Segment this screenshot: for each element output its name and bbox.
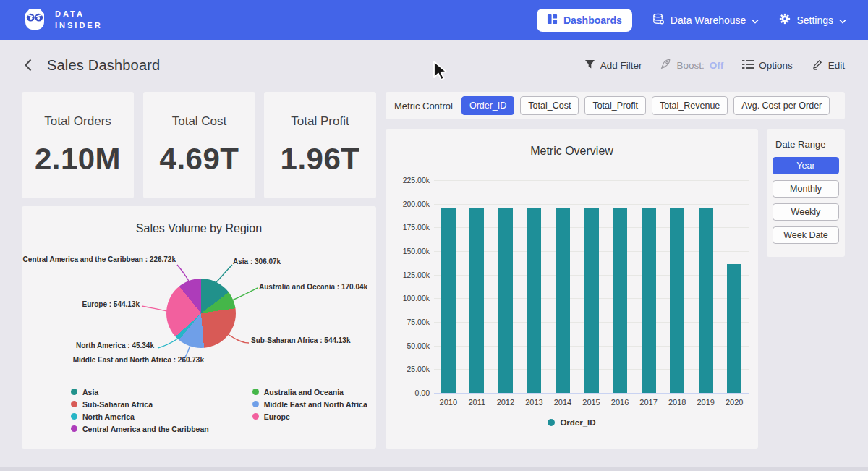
nav-data-warehouse-button[interactable]: Data Warehouse bbox=[652, 13, 760, 27]
bar-2015[interactable] bbox=[584, 208, 599, 393]
x-axis-tick: 2019 bbox=[692, 398, 720, 407]
edit-label: Edit bbox=[828, 60, 845, 71]
bar-series bbox=[434, 180, 749, 393]
legend-dot bbox=[71, 389, 77, 395]
options-list-icon bbox=[742, 59, 754, 72]
kpi-value: 2.10M bbox=[35, 142, 121, 177]
metric-button-avg-cost-per-order[interactable]: Avg. Cost per Order bbox=[733, 96, 830, 115]
add-filter-button[interactable]: Add Filter bbox=[584, 59, 642, 72]
nav-data-warehouse-label: Data Warehouse bbox=[671, 14, 746, 26]
legend-label: Australia and Oceania bbox=[264, 388, 344, 396]
bar-2016[interactable] bbox=[613, 208, 627, 393]
kpi-value: 1.96T bbox=[281, 142, 360, 177]
legend-item-north-america[interactable]: North America bbox=[71, 410, 209, 423]
gear-icon bbox=[779, 13, 791, 27]
metric-button-total-cost[interactable]: Total_Cost bbox=[520, 96, 579, 115]
kpi-label: Total Profit bbox=[291, 114, 349, 129]
y-axis-tick: 150.00k bbox=[403, 247, 430, 255]
owl-logo-icon bbox=[22, 6, 48, 35]
legend-item-middle-east-and-north-africa[interactable]: Middle East and North Africa bbox=[252, 398, 367, 410]
chevron-down-icon bbox=[839, 14, 846, 26]
date-range-panel: Date Range YearMonthlyWeeklyWeek Date bbox=[767, 129, 845, 257]
bar-2017[interactable] bbox=[642, 208, 656, 393]
top-nav: DATA INSIDER Dashboards bbox=[0, 0, 868, 40]
metric-control-bar: Metric Control Order_IDTotal_CostTotal_P… bbox=[386, 92, 845, 119]
x-axis-tick: 2012 bbox=[491, 398, 520, 407]
legend-label: Asia bbox=[82, 388, 98, 396]
y-axis-tick: 0.00 bbox=[415, 389, 430, 397]
options-button[interactable]: Options bbox=[742, 59, 793, 72]
legend-item-asia[interactable]: Asia bbox=[71, 386, 209, 398]
bar-slot bbox=[463, 180, 492, 393]
legend-item-australia-and-oceania[interactable]: Australia and Oceania bbox=[252, 386, 367, 398]
metric-button-total-profit[interactable]: Total_Profit bbox=[584, 96, 646, 115]
bar-2010[interactable] bbox=[441, 208, 456, 393]
pie-legend: AsiaSub-Saharan AfricaNorth AmericaCentr… bbox=[71, 386, 367, 435]
date-range-button-week-date[interactable]: Week Date bbox=[773, 226, 839, 244]
metric-button-total-revenue[interactable]: Total_Revenue bbox=[652, 96, 728, 115]
x-axis-tick: 2018 bbox=[663, 398, 692, 407]
kpi-card-total-cost: Total Cost 4.69T bbox=[143, 92, 255, 198]
x-axis-tick: 2017 bbox=[634, 398, 663, 407]
legend-label: Central America and the Caribbean bbox=[82, 425, 209, 433]
y-axis-tick: 175.00k bbox=[403, 223, 430, 232]
date-range-buttons: YearMonthlyWeeklyWeek Date bbox=[773, 157, 839, 244]
metric-overview-chart-card: Metric Overview 225.00k200.00k175.00k150… bbox=[386, 129, 758, 449]
y-axis-tick: 125.00k bbox=[403, 271, 430, 279]
metric-button-order-id[interactable]: Order_ID bbox=[461, 96, 514, 115]
bar-2014[interactable] bbox=[556, 208, 570, 393]
bar-2011[interactable] bbox=[469, 208, 484, 393]
y-axis-tick: 100.00k bbox=[403, 294, 430, 302]
pencil-icon bbox=[812, 59, 823, 72]
bar-2019[interactable] bbox=[699, 208, 713, 393]
nav-settings-button[interactable]: Settings bbox=[779, 13, 846, 27]
bar-slot bbox=[491, 180, 520, 393]
kpi-value: 4.69T bbox=[160, 142, 239, 177]
pie-label-central-america: Central America and the Caribbean : 226.… bbox=[23, 255, 176, 263]
kpi-label: Total Cost bbox=[172, 114, 227, 129]
sales-volume-pie-card: Sales Volume by Region Central America a… bbox=[22, 206, 376, 449]
mouse-cursor bbox=[433, 61, 450, 85]
legend-label: Order_ID bbox=[560, 418, 595, 427]
legend-item-central-america-and-the-caribbean[interactable]: Central America and the Caribbean bbox=[71, 423, 209, 435]
bar-slot bbox=[634, 180, 663, 393]
pie-label-sub-saharan-africa: Sub-Saharan Africa : 544.13k bbox=[251, 336, 350, 344]
dashboards-grid-icon bbox=[547, 14, 558, 27]
bar-chart-x-axis: 2010201120122013201420152016201720182019… bbox=[434, 398, 749, 407]
dashboard-screen: DATA INSIDER Dashboards bbox=[0, 0, 868, 471]
page-title: Sales Dashboard bbox=[47, 57, 160, 74]
bar-2013[interactable] bbox=[527, 208, 541, 393]
database-icon bbox=[652, 13, 665, 27]
nav-settings-label: Settings bbox=[796, 14, 833, 26]
legend-label: Middle East and North Africa bbox=[264, 400, 367, 409]
bar-2020[interactable] bbox=[727, 264, 741, 393]
bar-slot bbox=[577, 180, 606, 393]
pie-chart[interactable] bbox=[166, 279, 236, 348]
date-range-label: Date Range bbox=[775, 139, 839, 150]
y-axis-tick: 50.00k bbox=[407, 341, 430, 350]
back-button[interactable] bbox=[23, 58, 33, 72]
date-range-button-weekly[interactable]: Weekly bbox=[773, 203, 839, 221]
brand[interactable]: DATA INSIDER bbox=[22, 6, 103, 35]
bar-slot bbox=[434, 180, 463, 393]
legend-dot bbox=[252, 401, 259, 407]
pie-label-asia: Asia : 306.07k bbox=[233, 258, 281, 266]
bar-2012[interactable] bbox=[498, 208, 513, 393]
nav-dashboards-button[interactable]: Dashboards bbox=[537, 9, 632, 32]
legend-item-europe[interactable]: Europe bbox=[252, 410, 367, 423]
y-axis-tick: 25.00k bbox=[407, 365, 430, 373]
bar-slot bbox=[663, 180, 692, 393]
legend-dot bbox=[252, 413, 259, 420]
bar-chart-title: Metric Overview bbox=[386, 145, 758, 158]
edit-button[interactable]: Edit bbox=[812, 59, 845, 72]
date-range-button-monthly[interactable]: Monthly bbox=[773, 180, 839, 198]
x-axis-tick: 2020 bbox=[720, 398, 749, 407]
window-bottom-edge bbox=[0, 467, 868, 471]
legend-label: Sub-Saharan Africa bbox=[82, 400, 153, 409]
date-range-button-year[interactable]: Year bbox=[773, 157, 839, 174]
bar-2018[interactable] bbox=[670, 208, 684, 393]
boost-toggle[interactable]: Boost: Off bbox=[660, 59, 723, 72]
bar-chart-legend[interactable]: Order_ID bbox=[386, 418, 758, 427]
pie-label-europe: Europe : 544.13k bbox=[82, 300, 140, 308]
legend-item-sub-saharan-africa[interactable]: Sub-Saharan Africa bbox=[71, 398, 209, 410]
